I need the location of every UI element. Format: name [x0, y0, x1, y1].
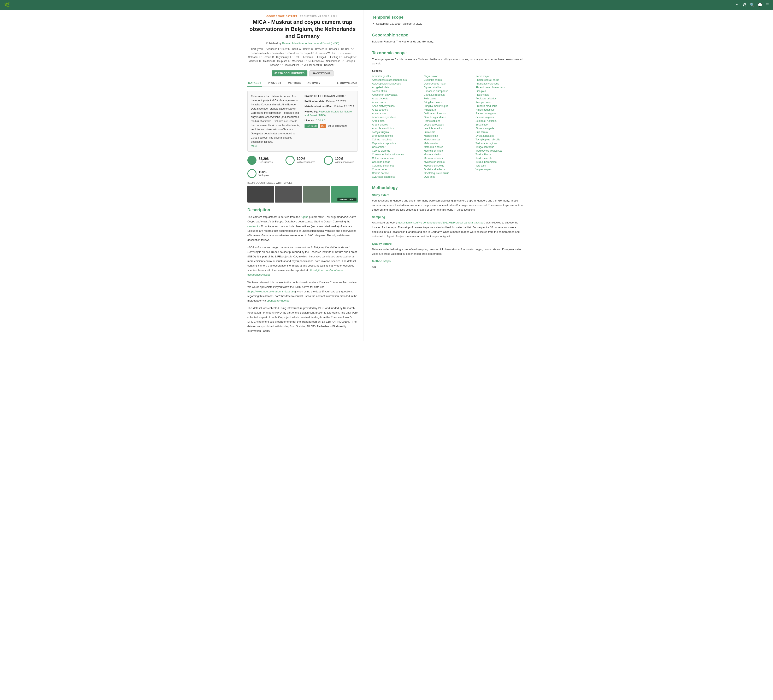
species-item[interactable]: Meles meles	[424, 142, 471, 145]
site-logo[interactable]: 🌿	[4, 2, 10, 8]
sampling-protocol-link[interactable]: https://lifemica.eu/wp-content/uploads/2…	[397, 221, 484, 224]
species-item[interactable]: Cervus elaphus	[372, 149, 419, 153]
species-item[interactable]: Tachybaptus ruficollis	[475, 138, 523, 142]
species-item[interactable]: Equus caballus	[424, 86, 471, 89]
translate-icon[interactable]: 译	[743, 2, 747, 7]
agouti-link[interactable]: Agouti	[301, 216, 308, 219]
species-item[interactable]: Procyon lotor	[475, 100, 523, 104]
species-item[interactable]: Podiceps cristatus	[475, 97, 523, 100]
species-item[interactable]: Cyprinus carpio	[424, 78, 471, 82]
publisher-link[interactable]: Research Institute for Nature and Forest…	[282, 42, 339, 45]
species-item[interactable]: Turdus merula	[475, 156, 523, 160]
species-item[interactable]: Alopochen aegyptiaca	[372, 93, 419, 97]
species-item[interactable]: Pica pica	[475, 89, 523, 93]
tab-activity[interactable]: ACTIVITY	[307, 80, 321, 86]
species-item[interactable]: Phoenicurus phoenicurus	[475, 86, 523, 89]
species-item[interactable]: Alcedo atthis	[372, 89, 419, 93]
see-gallery-button[interactable]: SEE GALLERY	[337, 198, 357, 201]
species-item[interactable]: Corvus corone	[372, 171, 419, 175]
chat-icon[interactable]: 💬	[758, 3, 762, 7]
species-item[interactable]: Tadorna ferruginea	[475, 142, 523, 145]
species-item[interactable]: Tringa ochropus	[475, 145, 523, 149]
species-item[interactable]: Martes foina	[424, 134, 471, 138]
species-item[interactable]: Anas crecca	[372, 100, 419, 104]
species-item[interactable]: Myocastor coypus	[424, 160, 471, 164]
species-item[interactable]: Phalacrocorax carbo	[475, 78, 523, 82]
species-item[interactable]: Motacilla cinerea	[424, 145, 471, 149]
pulse-icon[interactable]: 〜	[736, 2, 740, 7]
species-item[interactable]: Arvicola amphibius	[372, 127, 419, 130]
tab-dataset[interactable]: DATASET	[247, 80, 262, 87]
species-item[interactable]: Felis catus	[424, 97, 471, 100]
menu-icon[interactable]: ☰	[766, 3, 769, 7]
species-item[interactable]: Chroicocephalus ridibundus	[372, 153, 419, 156]
species-item[interactable]: Cyanistes caeruleus	[372, 175, 419, 179]
occurrence-image-1[interactable]	[247, 186, 274, 203]
species-item[interactable]: Apodemus sylvaticus	[372, 115, 419, 119]
github-link[interactable]: https://github.com/inbo/mica-occurrences…	[247, 268, 343, 276]
species-item[interactable]: Luscinia svecica	[424, 127, 471, 130]
more-link[interactable]: More	[251, 145, 257, 147]
species-item[interactable]: Capreolus capreolus	[372, 142, 419, 145]
occurrence-image-3[interactable]	[303, 186, 330, 203]
species-item[interactable]: Gallinula chloropus	[424, 112, 471, 115]
species-item[interactable]: Cygnus olor	[424, 74, 471, 78]
species-item[interactable]: Erithacus rubecula	[424, 93, 471, 97]
search-icon[interactable]: 🔍	[750, 3, 754, 7]
species-item[interactable]: Ovis aries	[424, 175, 471, 179]
species-item[interactable]: Fulica atra	[424, 108, 471, 112]
species-item[interactable]: Mustela nivalis	[424, 153, 471, 156]
species-item[interactable]: Martes martes	[424, 138, 471, 142]
species-item[interactable]: Ondatra zibethicus	[424, 168, 471, 171]
species-item[interactable]: Rattus norvegicus	[475, 112, 523, 115]
species-item[interactable]: Anas strepera	[372, 108, 419, 112]
species-item[interactable]: Columba palumbus	[372, 164, 419, 168]
species-item[interactable]: Dendrocopos major	[424, 82, 471, 86]
inbo-norms-link[interactable]: https://www.inbo.be/en/norms-data-use	[248, 290, 295, 293]
species-item[interactable]: Phasianus colchicus	[475, 82, 523, 86]
species-item[interactable]: Garrulus glandarius	[424, 115, 471, 119]
species-item[interactable]: Columba oenas	[372, 160, 419, 164]
species-item[interactable]: Mustela putorius	[424, 156, 471, 160]
species-item[interactable]: Sylvia atricapilla	[475, 134, 523, 138]
species-item[interactable]: Cairina moschata	[372, 138, 419, 142]
species-item[interactable]: Sciurus vulgaris	[475, 115, 523, 119]
species-item[interactable]: Castor fiber	[372, 145, 419, 149]
species-item[interactable]: Myodes glareolus	[424, 164, 471, 168]
species-item[interactable]: Troglodytes troglodytes	[475, 149, 523, 153]
species-item[interactable]: Scolopax rusticola	[475, 119, 523, 123]
species-item[interactable]: Picus viridis	[475, 93, 523, 97]
species-item[interactable]: Erinaceus europaeus	[424, 89, 471, 93]
species-item[interactable]: Strix aluco	[475, 123, 523, 127]
species-item[interactable]: Branta canadensis	[372, 134, 419, 138]
license-link[interactable]: CC0 1.0	[316, 119, 325, 122]
species-item[interactable]: Ardea cinerea	[372, 123, 419, 127]
species-item[interactable]: Acrocephalus scirpaceus	[372, 82, 419, 86]
tab-project[interactable]: PROJECT	[267, 80, 282, 86]
species-item[interactable]: Anas clypeata	[372, 97, 419, 100]
download-button[interactable]: ⬇ DOWNLOAD	[336, 80, 358, 86]
species-item[interactable]: Anser anser	[372, 112, 419, 115]
species-item[interactable]: Coloeus monedula	[372, 156, 419, 160]
species-item[interactable]: Fringilla coelebs	[424, 100, 471, 104]
species-item[interactable]: Sturnus vulgaris	[475, 127, 523, 130]
species-item[interactable]: Acrocephalus schoenobaenus	[372, 78, 419, 82]
species-item[interactable]: Tyto alba	[475, 164, 523, 168]
species-item[interactable]: Vulpes vulpes	[475, 168, 523, 171]
species-item[interactable]: Anas platyrhynchos	[372, 104, 419, 108]
species-item[interactable]: Sus scrofa	[475, 130, 523, 134]
occurrence-image-2[interactable]	[275, 186, 302, 203]
species-item[interactable]: Homo sapiens	[424, 119, 471, 123]
species-item[interactable]: Lutra lutra	[424, 130, 471, 134]
species-item[interactable]: Oryctolagus cuniculus	[424, 171, 471, 175]
camtraptor-link[interactable]: camtraptor	[247, 225, 260, 228]
species-item[interactable]: Parus major	[475, 74, 523, 78]
tab-metrics[interactable]: METRICS	[287, 80, 302, 86]
species-item[interactable]: Ardea alba	[372, 119, 419, 123]
species-item[interactable]: Turdus philomelos	[475, 160, 523, 164]
species-item[interactable]: Rallus aquaticus	[475, 108, 523, 112]
opendata-link[interactable]: opendata@inbo.be	[266, 299, 289, 302]
species-item[interactable]: Aix galericulata	[372, 86, 419, 89]
species-item[interactable]: Corvus corax	[372, 168, 419, 171]
species-item[interactable]: Lepus europaeus	[424, 123, 471, 127]
